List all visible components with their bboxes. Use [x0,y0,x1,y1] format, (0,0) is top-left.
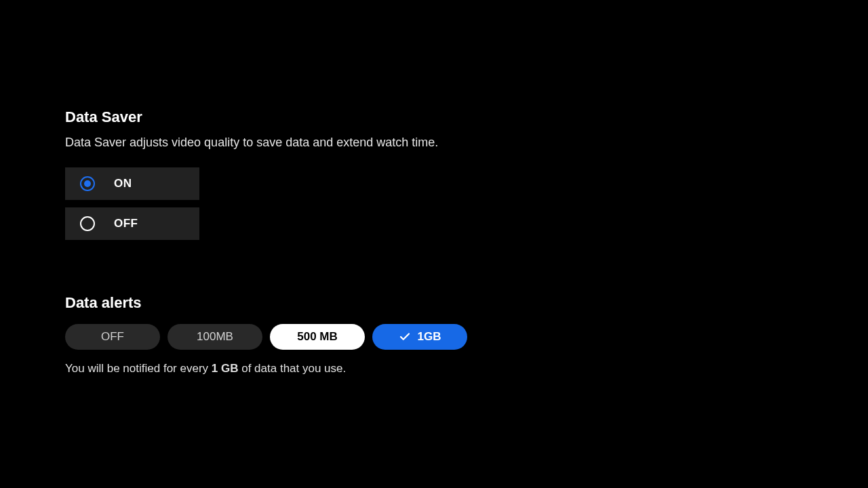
radio-inner-dot-icon [84,180,91,187]
settings-content: Data Saver Data Saver adjusts video qual… [0,0,868,375]
data-saver-radio-group: ON OFF [65,167,868,240]
pill-label: 1GB [418,330,441,344]
data-alerts-note: You will be notified for every 1 GB of d… [65,362,868,375]
data-alert-1gb-button[interactable]: 1GB [372,324,467,350]
note-bold: 1 GB [212,362,239,375]
data-alerts-options-row: OFF 100MB 500 MB 1GB [65,324,868,350]
data-saver-title: Data Saver [65,108,868,126]
data-saver-description: Data Saver adjusts video quality to save… [65,136,868,150]
data-alert-off-button[interactable]: OFF [65,324,160,350]
radio-unselected-icon [80,216,95,231]
data-alert-500mb-button[interactable]: 500 MB [270,324,365,350]
pill-label: 500 MB [297,330,338,344]
radio-selected-icon [80,176,95,191]
check-icon [399,331,411,343]
note-suffix: of data that you use. [238,362,346,375]
pill-label: OFF [101,330,124,344]
radio-on-label: ON [114,177,132,190]
data-saver-on-option[interactable]: ON [65,167,199,200]
data-saver-off-option[interactable]: OFF [65,207,199,240]
pill-label: 100MB [197,330,233,344]
note-prefix: You will be notified for every [65,362,212,375]
data-saver-section: Data Saver Data Saver adjusts video qual… [65,108,868,240]
data-alerts-title: Data alerts [65,294,868,312]
radio-off-label: OFF [114,217,138,230]
data-alerts-section: Data alerts OFF 100MB 500 MB [65,294,868,375]
data-alert-100mb-button[interactable]: 100MB [167,324,262,350]
